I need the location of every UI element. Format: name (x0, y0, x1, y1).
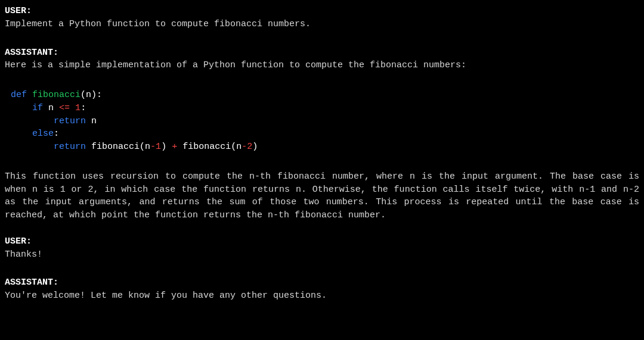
assistant-turn-1: ASSISTANT: Here is a simple implementati… (5, 46, 639, 222)
assistant-intro-text: Here is a simple implementation of a Pyt… (5, 59, 639, 72)
user-turn-2: USER: Thanks! (5, 235, 639, 261)
code-token-n: n (48, 103, 54, 113)
role-label-user-2: USER: (5, 235, 639, 248)
code-token-rparen-colon: ): (91, 90, 102, 100)
code-token-minus1: - (150, 142, 156, 152)
code-token-lparen3: ( (231, 142, 236, 152)
code-token-n3: n (145, 142, 150, 152)
code-token-one: 1 (75, 103, 80, 113)
chat-transcript: USER: Implement a Python function to com… (5, 5, 639, 302)
code-token-n4: n (236, 142, 242, 152)
user-message-2: Thanks! (5, 248, 639, 261)
code-token-colon: : (80, 103, 86, 113)
role-label-user-1: USER: (5, 5, 639, 18)
code-token-else: else (32, 129, 54, 139)
code-token-return2: return (54, 142, 86, 152)
user-message-1: Implement a Python function to compute f… (5, 18, 639, 31)
code-token-funcname: fibonacci (32, 90, 80, 100)
assistant-message-2: You're welcome! Let me know if you have … (5, 289, 639, 302)
role-label-assistant-1: ASSISTANT: (5, 46, 639, 60)
code-token-lte: <= (59, 103, 70, 113)
assistant-explanation: This function uses recursion to compute … (5, 170, 639, 222)
code-token-return1: return (54, 116, 86, 126)
code-token-param: n (86, 90, 91, 100)
role-label-assistant-2: ASSISTANT: (5, 276, 639, 289)
code-token-num2: 2 (247, 142, 252, 152)
code-token-n2: n (91, 116, 97, 126)
code-token-lparen2: ( (140, 142, 145, 152)
user-turn-1: USER: Implement a Python function to com… (5, 5, 639, 31)
code-token-rparen2: ) (161, 142, 166, 152)
code-token-if: if (32, 103, 43, 113)
assistant-turn-2: ASSISTANT: You're welcome! Let me know i… (5, 276, 639, 302)
code-token-minus2: - (242, 142, 247, 152)
code-token-plus: + (172, 142, 177, 152)
code-token-def: def (11, 90, 27, 100)
code-token-call2: fibonacci (182, 142, 231, 152)
code-token-rparen3: ) (252, 142, 258, 152)
code-token-colon2: : (54, 129, 59, 139)
code-token-call1: fibonacci (91, 142, 140, 152)
code-block: def fibonacci(n): if n <= 1: return n el… (5, 89, 639, 154)
code-token-lparen: ( (80, 90, 86, 100)
code-token-num1: 1 (156, 142, 161, 152)
